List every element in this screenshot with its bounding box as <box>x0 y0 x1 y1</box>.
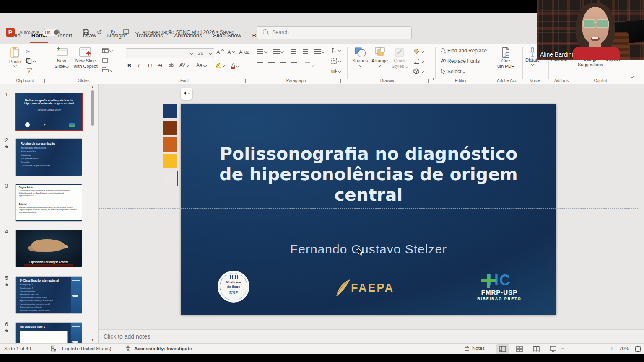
redo-icon[interactable]: ↻ <box>109 28 117 36</box>
color-swatch-navy[interactable] <box>163 104 177 118</box>
cut-icon[interactable]: ✂ <box>26 48 31 55</box>
vertical-guide[interactable] <box>368 86 368 329</box>
save-icon[interactable] <box>82 28 90 36</box>
notes-pane[interactable]: Click to add notes <box>99 329 644 344</box>
font-name-combo[interactable] <box>126 48 195 58</box>
bullets-icon[interactable] <box>257 49 267 54</box>
font-color-icon[interactable]: A <box>231 62 239 69</box>
shape-effects-icon[interactable] <box>413 68 423 74</box>
align-left-icon[interactable] <box>257 62 263 67</box>
normal-view-button[interactable] <box>496 344 509 354</box>
font-size-combo[interactable]: 28 <box>195 48 214 58</box>
find-and-replace-button[interactable]: Find and Replace <box>440 48 487 54</box>
slide-title-textbox[interactable]: Polissonografia no diagnóstico de hipers… <box>205 144 532 206</box>
strikethrough-button[interactable]: S <box>158 62 162 69</box>
fit-slide-to-window-button[interactable] <box>631 344 644 354</box>
zoom-in-button[interactable]: + <box>610 345 614 352</box>
thumbnail-scrollbar[interactable]: ▲ ▼ <box>90 84 96 343</box>
language-indicator[interactable]: English (United States) <box>62 346 112 351</box>
color-swatch-yellow[interactable] <box>163 154 177 168</box>
slide-editing-area[interactable]: Polissonografia no diagnóstico de hipers… <box>181 104 556 315</box>
collapse-ribbon-icon[interactable] <box>631 75 634 78</box>
align-center-icon[interactable] <box>268 62 275 67</box>
change-case-icon[interactable]: Aa <box>196 62 206 68</box>
slide-thumbnail-3[interactable]: Original Article Classification and clus… <box>15 184 82 222</box>
color-swatch-brown[interactable] <box>163 121 177 135</box>
increase-indent-icon[interactable] <box>303 49 308 54</box>
format-painter-icon[interactable] <box>26 67 33 73</box>
color-swatch-white[interactable] <box>163 171 178 186</box>
clear-formatting-icon[interactable]: A⌫ <box>239 49 249 55</box>
notes-toggle-button[interactable]: Notes <box>464 345 485 351</box>
shrink-font-icon[interactable]: A <box>227 49 235 55</box>
select-button[interactable]: Select <box>440 69 465 75</box>
designer-sparkle-button[interactable]: ✦✦ <box>181 88 192 100</box>
autosave-toggle[interactable]: On <box>42 29 60 36</box>
start-slideshow-icon[interactable] <box>122 28 130 36</box>
spell-check-icon[interactable] <box>50 345 57 352</box>
medicina-do-sono-usp-logo[interactable]: Medicina do Sono USP <box>218 271 249 303</box>
justify-icon[interactable] <box>291 62 297 67</box>
horizontal-guide[interactable] <box>99 208 638 209</box>
slide-thumbnail-4[interactable]: Hipersonias de origem central <box>15 230 82 267</box>
font-dialog-launcher[interactable] <box>245 79 249 83</box>
create-pdf-button[interactable]: Crie um PDF <box>497 47 514 69</box>
character-spacing-icon[interactable]: AV <box>179 62 189 67</box>
scrollbar-thumb[interactable] <box>91 90 94 126</box>
bold-button[interactable]: B <box>127 62 131 69</box>
clipboard-dialog-launcher[interactable] <box>44 79 49 83</box>
zoom-out-button[interactable]: − <box>561 345 565 352</box>
slide-thumbnail-6[interactable]: Narcolepsia tipo 1 <box>15 322 82 344</box>
decrease-indent-icon[interactable] <box>291 49 296 54</box>
text-highlight-icon[interactable] <box>215 62 225 68</box>
align-right-icon[interactable] <box>280 62 286 67</box>
numbering-icon[interactable] <box>273 49 283 54</box>
slide-thumbnail-5[interactable]: 3ª Classificação Internacional Narcoleps… <box>15 276 82 314</box>
paragraph-dialog-launcher[interactable] <box>340 79 345 83</box>
slideshow-view-button[interactable] <box>547 344 559 354</box>
customize-qat-icon[interactable] <box>133 28 141 36</box>
search-input[interactable]: Search <box>257 26 412 39</box>
slide-sorter-view-button[interactable] <box>513 344 526 354</box>
reading-view-button[interactable] <box>530 344 543 354</box>
grow-font-icon[interactable]: A <box>216 49 224 55</box>
replace-fonts-button[interactable]: Replace Fonts <box>440 58 480 64</box>
new-slide-button[interactable]: New Slide <box>55 47 68 69</box>
italic-button[interactable]: I <box>138 62 140 69</box>
convert-smartart-icon[interactable] <box>331 68 341 74</box>
faepa-logo[interactable]: FAEPA <box>333 278 405 297</box>
slide-thumbnail-2[interactable]: Roteiro da apresentação Hipersonias de o… <box>15 138 82 176</box>
align-text-icon[interactable] <box>331 58 341 64</box>
paste-button[interactable]: Paste <box>9 47 21 67</box>
new-slide-with-copilot-button[interactable]: New Slide with Copilot <box>74 47 98 69</box>
notes-placeholder[interactable]: Click to add notes <box>104 333 150 340</box>
accessibility-status[interactable]: Accessibility: Investigate <box>134 346 192 351</box>
paste-dropdown-icon[interactable] <box>13 64 17 67</box>
text-direction-icon[interactable] <box>331 47 341 53</box>
accessibility-icon[interactable] <box>125 345 131 352</box>
strikethrough-ab-icon[interactable]: ab <box>169 62 174 67</box>
columns-icon[interactable] <box>305 62 314 67</box>
copy-icon[interactable] <box>26 58 36 64</box>
shape-outline-icon[interactable] <box>413 58 423 64</box>
underline-button[interactable]: U <box>148 62 152 69</box>
quick-styles-button[interactable]: Quick Styles <box>392 47 408 69</box>
section-icon[interactable] <box>102 67 112 72</box>
shapes-button[interactable]: Shapes <box>352 47 368 66</box>
line-spacing-icon[interactable] <box>314 49 325 54</box>
powerpoint-logo-icon[interactable]: P <box>6 28 15 37</box>
slide-author-textbox[interactable]: Fernando Gustavo Stelzer <box>222 242 515 256</box>
drawing-dialog-launcher[interactable] <box>428 79 433 83</box>
shape-fill-icon[interactable] <box>413 48 423 54</box>
zoom-level[interactable]: 70% <box>619 346 629 351</box>
reset-slide-icon[interactable] <box>102 58 109 63</box>
hc-fmrp-usp-logo[interactable]: HC FMRP-USP RIBEIRÃO PRETO <box>474 273 525 308</box>
slide-thumbnail-1[interactable]: Polissonografia no diagnóstico de hipers… <box>15 93 83 131</box>
document-title[interactable]: apresentação SBNC abril 2026 • Saved <box>143 29 234 35</box>
scroll-up-icon[interactable]: ▲ <box>90 85 96 89</box>
arrange-button[interactable]: Arrange <box>371 47 388 66</box>
undo-icon[interactable]: ↺ <box>96 28 103 36</box>
webcam-overlay[interactable]: Aline Bardini <box>537 0 644 60</box>
color-swatch-orange[interactable] <box>163 137 177 152</box>
scroll-down-icon[interactable]: ▼ <box>90 338 96 342</box>
